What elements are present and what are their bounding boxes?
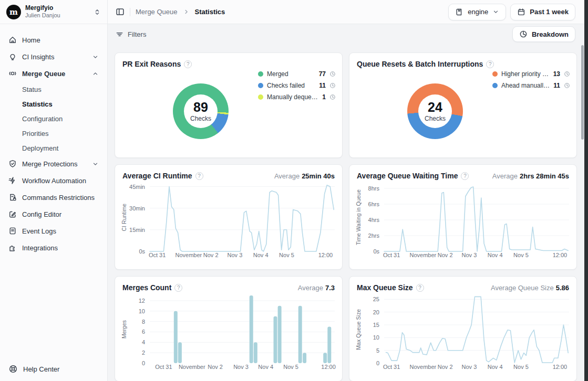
- org-name: Mergifyio: [25, 5, 89, 12]
- org-switcher[interactable]: m Mergifyio Julien Danjou: [0, 0, 107, 24]
- y-tick-label: 0: [376, 360, 379, 366]
- repo-select[interactable]: engine: [448, 4, 506, 20]
- help-icon[interactable]: [174, 284, 182, 292]
- sidebar-toggle-icon[interactable]: [116, 7, 125, 16]
- legend-value: 11: [553, 82, 560, 89]
- sidebar-subitem-deployment[interactable]: Deployment: [4, 141, 103, 155]
- x-tick-label: Nov 3: [462, 252, 477, 258]
- merges-count-card: Merges Count Average7.3 Merges 024681012…: [115, 276, 343, 381]
- x-tick-label: Nov 4: [258, 364, 273, 370]
- legend-label: Ahead manually …: [501, 82, 550, 89]
- x-tick-label: Oct 31: [149, 252, 166, 258]
- pie-chart-icon: [519, 30, 528, 38]
- chevron-down-icon: [92, 161, 99, 167]
- legend-item[interactable]: Ahead manually …11: [492, 82, 570, 89]
- y-tick-label: 45min: [129, 184, 145, 190]
- sidebar-item-event-logs[interactable]: Event Logs: [4, 223, 103, 239]
- main-area: Merge Queue Statistics engine Past 1 wee…: [108, 0, 588, 381]
- date-range-button[interactable]: Past 1 week: [510, 4, 575, 20]
- legend-item[interactable]: Checks failed11: [258, 82, 336, 89]
- y-tick-label: 8hrs: [368, 185, 379, 192]
- clock-icon[interactable]: [329, 71, 336, 77]
- card-title: Average CI Runtime: [122, 172, 192, 180]
- clock-icon[interactable]: [329, 82, 336, 89]
- breadcrumb-parent[interactable]: Merge Queue: [136, 8, 178, 16]
- legend-dot: [492, 83, 498, 88]
- clock-icon[interactable]: [564, 71, 570, 77]
- donut-chart: 24 Checks: [407, 83, 463, 139]
- x-tick-label: Nov 5: [513, 252, 529, 258]
- x-tick-label: Nov 5: [513, 364, 529, 370]
- sidebar-item-label: Integrations: [22, 244, 58, 252]
- sidebar-item-integrations[interactable]: Integrations: [4, 239, 103, 256]
- bar-series: [150, 295, 335, 363]
- card-title: Queue Resets & Batch Interruptions: [357, 60, 483, 68]
- y-axis-title: Merges: [121, 320, 127, 338]
- card-title: Average Queue Waiting Time: [357, 172, 458, 180]
- legend-value: 1: [322, 93, 326, 101]
- help-icon[interactable]: [195, 172, 203, 180]
- legend-item[interactable]: Merged77: [258, 70, 336, 78]
- x-tick-label: 12:00: [318, 252, 333, 258]
- x-tick-label: November: [176, 252, 202, 258]
- help-icon[interactable]: [486, 60, 494, 68]
- line-chart: CI Runtime 0s15min30min45min Oct 31Novem…: [120, 184, 335, 261]
- sidebar-subitem-priorities[interactable]: Priorities: [4, 126, 103, 141]
- sidebar-item-workflow-automation[interactable]: Workflow Automation: [4, 172, 103, 189]
- dashboard-grid: PR Exit Reasons 89 Checks Merged77Checks…: [108, 44, 588, 381]
- x-tick-label: November: [410, 364, 437, 370]
- sidebar-item-commands-restrictions[interactable]: Commands Restrictions: [4, 189, 103, 206]
- y-tick-label: 10: [139, 308, 145, 314]
- sidebar-item-merge-protections[interactable]: Merge Protections: [4, 155, 103, 172]
- line-chart: Time Waiting in Queue 0s2hrs4hrs6hrs8hrs…: [355, 184, 569, 261]
- legend-value: 11: [319, 82, 326, 89]
- donut-legend: Higher priority q…13Ahead manually …11: [492, 70, 570, 89]
- scrollbar-thumb[interactable]: [581, 45, 584, 140]
- sidebar-subitem-configuration[interactable]: Configuration: [4, 111, 103, 126]
- legend-item[interactable]: Manually dequeued1: [258, 93, 336, 101]
- x-tick-label: Nov 3: [233, 364, 249, 370]
- sidebar-item-config-editor[interactable]: Config Editor: [4, 206, 103, 223]
- legend-value: 77: [319, 70, 326, 78]
- clock-icon[interactable]: [329, 94, 336, 100]
- card-title: Merges Count: [122, 283, 171, 292]
- y-tick-label: 0s: [373, 248, 379, 255]
- sidebar-subitem-statistics[interactable]: Statistics: [4, 97, 103, 111]
- sidebar-item-home[interactable]: Home: [4, 31, 103, 48]
- sidebar-subitem-status[interactable]: Status: [4, 82, 103, 97]
- help-icon[interactable]: [416, 284, 424, 292]
- filters-button[interactable]: Filters: [116, 30, 146, 38]
- divider: [130, 8, 130, 16]
- sidebar-item-ci-insights[interactable]: CI Insights: [4, 48, 103, 65]
- doc-lock-icon: [8, 193, 17, 202]
- x-tick-label: Nov 3: [228, 252, 243, 258]
- y-tick-label: 6: [142, 329, 145, 335]
- help-center-link[interactable]: Help Center: [0, 357, 107, 381]
- y-tick-label: 2hrs: [368, 232, 379, 239]
- y-tick-label: 25: [373, 296, 379, 302]
- y-tick-label: 12: [139, 298, 145, 304]
- line-chart: Max Queue Size 0510152025 Oct 31November…: [355, 295, 569, 373]
- y-tick-label: 2: [142, 350, 145, 356]
- y-axis-title: Time Waiting in Queue: [355, 189, 362, 245]
- y-tick-label: 5: [376, 347, 379, 354]
- average-value: Average25min 40s: [274, 172, 335, 180]
- unfold-icon[interactable]: [94, 8, 101, 16]
- clock-icon[interactable]: [564, 82, 570, 89]
- x-tick-label: 12:00: [553, 364, 568, 370]
- legend-item[interactable]: Higher priority q…13: [492, 70, 570, 78]
- sidebar-item-merge-queue[interactable]: Merge Queue: [4, 65, 103, 82]
- help-center-label: Help Center: [23, 365, 59, 373]
- filters-label: Filters: [128, 30, 146, 38]
- line-series: [150, 184, 335, 251]
- help-icon[interactable]: [461, 172, 469, 180]
- sidebar-item-label: Event Logs: [22, 227, 56, 235]
- x-tick-label: November: [179, 364, 205, 370]
- window-edge: [584, 0, 588, 381]
- donut-total-label: Checks: [425, 115, 446, 122]
- legend-dot: [492, 71, 498, 77]
- breakdown-button[interactable]: Breakdown: [512, 26, 575, 42]
- line-series: [384, 295, 569, 363]
- help-icon[interactable]: [184, 60, 192, 68]
- average-value: Average7.3: [298, 284, 335, 292]
